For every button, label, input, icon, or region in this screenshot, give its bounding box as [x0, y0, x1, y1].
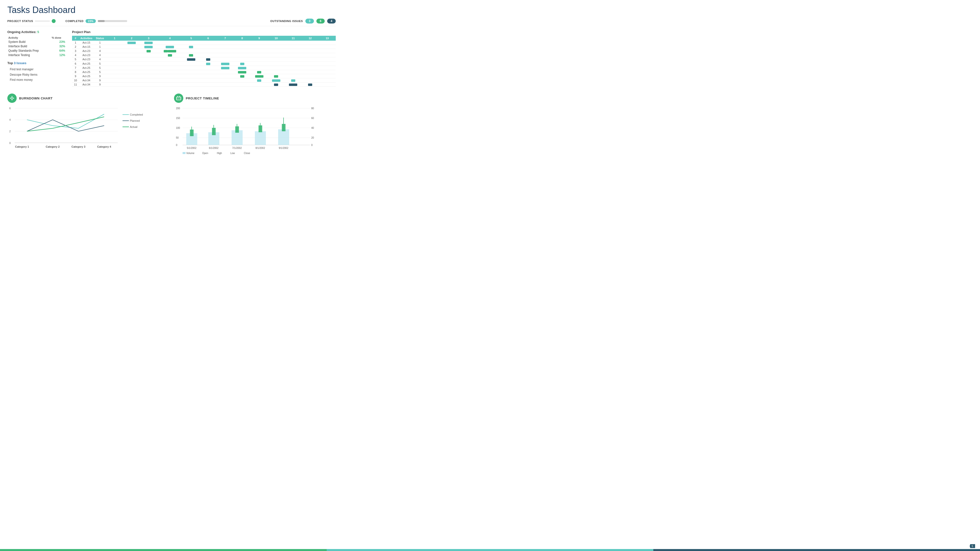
gantt-cell — [157, 62, 183, 66]
gantt-cell — [183, 74, 199, 78]
gantt-cell — [183, 41, 199, 45]
svg-text:Volume: Volume — [186, 152, 194, 154]
gantt-num: 9 — [72, 74, 79, 78]
svg-text:6/1/2002: 6/1/2002 — [209, 147, 219, 149]
gantt-cell — [319, 49, 336, 53]
gantt-cell — [285, 53, 302, 57]
gantt-cell — [140, 53, 157, 57]
gantt-num: 10 — [72, 78, 79, 82]
gantt-header-cell: 6 — [200, 36, 216, 41]
gantt-cell — [123, 49, 140, 53]
gantt-row: 11 Act-34 9 — [72, 82, 336, 86]
completed-label: COMPLETED — [65, 20, 84, 22]
gantt-cell — [302, 49, 318, 53]
svg-text:Category 3: Category 3 — [72, 145, 86, 148]
gantt-cell — [140, 66, 157, 70]
gantt-cell — [123, 82, 140, 86]
gantt-cell — [106, 49, 123, 53]
gantt-cell — [216, 70, 234, 74]
gantt-cell — [123, 70, 140, 74]
gantt-status: 9 — [94, 78, 106, 82]
svg-text:7/1/2002: 7/1/2002 — [232, 147, 242, 149]
gantt-cell — [106, 66, 123, 70]
gantt-cell — [140, 45, 157, 49]
gantt-header-cell: Status — [94, 36, 106, 41]
gantt-cell — [302, 82, 318, 86]
gantt-cell — [157, 66, 183, 70]
activity-name: Interface Testing — [7, 53, 51, 57]
issue-badge-3: 4 — [327, 19, 336, 24]
gantt-header-cell: 7 — [216, 36, 234, 41]
gantt-row: 7 Act-25 5 — [72, 66, 336, 70]
gantt-cell — [285, 82, 302, 86]
gantt-cell — [234, 53, 250, 57]
gantt-cell — [251, 53, 267, 57]
gantt-cell — [123, 62, 140, 66]
activity-name: System Build — [7, 40, 51, 44]
gantt-status: 9 — [94, 74, 106, 78]
gantt-num: 1 — [72, 41, 79, 45]
gantt-cell — [216, 49, 234, 53]
gantt-cell — [183, 49, 199, 53]
gantt-cell — [267, 70, 285, 74]
gantt-header-cell: 5 — [183, 36, 199, 41]
gantt-status: 4 — [94, 53, 106, 57]
gantt-cell — [319, 57, 336, 62]
gantt-cell — [200, 74, 216, 78]
gantt-num: 6 — [72, 62, 79, 66]
gantt-cell — [183, 82, 199, 86]
gantt-cell — [106, 82, 123, 86]
main-layout: Ongoing Activities: 5 Activity % done Sy… — [7, 30, 336, 92]
gantt-cell — [200, 41, 216, 45]
svg-text:Planned: Planned — [130, 119, 140, 122]
gantt-cell — [216, 57, 234, 62]
gantt-cell — [251, 74, 267, 78]
svg-rect-65 — [183, 152, 186, 154]
gantt-activity: Act-25 — [79, 74, 94, 78]
gantt-cell — [234, 62, 250, 66]
gantt-cell — [302, 66, 318, 70]
gantt-cell — [302, 57, 318, 62]
gantt-cell — [285, 57, 302, 62]
issue-item: Descope Risky Items — [10, 72, 66, 78]
activity-pct: 23% — [51, 40, 66, 44]
gantt-cell — [319, 53, 336, 57]
svg-text:Category 2: Category 2 — [46, 145, 60, 148]
gantt-cell — [267, 66, 285, 70]
gantt-cell — [140, 78, 157, 82]
svg-point-0 — [11, 97, 13, 99]
gantt-cell — [106, 70, 123, 74]
activity-pct: 12% — [51, 53, 66, 57]
gantt-cell — [319, 62, 336, 66]
gantt-cell — [234, 74, 250, 78]
gantt-cell — [123, 53, 140, 57]
gantt-row: 2 Act-15 1 — [72, 45, 336, 49]
gantt-cell — [157, 78, 183, 82]
gantt-cell — [200, 57, 216, 62]
gantt-cell — [267, 49, 285, 53]
gantt-cell — [183, 57, 199, 62]
gantt-cell — [285, 62, 302, 66]
svg-text:Close: Close — [244, 152, 250, 154]
progress-bar-wrap — [98, 20, 127, 22]
gantt-cell — [319, 78, 336, 82]
gantt-cell — [183, 62, 199, 66]
burndown-svg: 6 4 2 0 Category 1 — [7, 105, 145, 154]
gantt-cell — [157, 70, 183, 74]
gantt-cell — [216, 45, 234, 49]
gantt-status: 4 — [94, 49, 106, 53]
gantt-cell — [216, 82, 234, 86]
bottom-row: BURNDOWN CHART 6 4 2 0 — [7, 94, 336, 157]
gantt-cell — [234, 45, 250, 49]
gantt-cell — [200, 49, 216, 53]
burndown-section: BURNDOWN CHART 6 4 2 0 — [7, 94, 169, 157]
gantt-cell — [157, 49, 183, 53]
gantt-num: 2 — [72, 45, 79, 49]
gantt-status: 1 — [94, 45, 106, 49]
gantt-cell — [267, 53, 285, 57]
gantt-cell — [302, 74, 318, 78]
gantt-status: 9 — [94, 82, 106, 86]
outstanding-label: OUTSTANDING ISSUES — [270, 20, 303, 22]
gantt-header-cell: 1 — [106, 36, 123, 41]
gantt-cell — [267, 45, 285, 49]
